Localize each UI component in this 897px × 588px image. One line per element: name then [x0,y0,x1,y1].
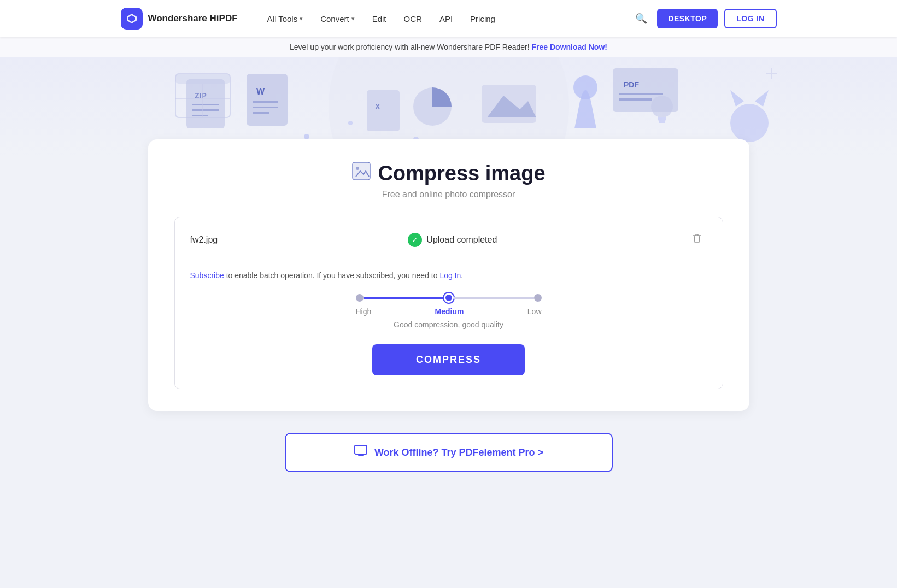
tool-card: Compress image Free and online photo com… [148,139,749,411]
chevron-down-icon: ▾ [351,15,355,22]
subscribe-link[interactable]: Subscribe [190,271,224,280]
nav-links: All Tools ▾ Convert ▾ Edit OCR API Prici… [260,10,615,28]
svg-rect-32 [355,445,367,454]
svg-rect-10 [253,112,269,114]
slider-high-dot[interactable] [356,294,364,302]
compression-description: Good compression, good quality [394,320,503,329]
svg-rect-3 [192,104,219,105]
slider-label-high: High [356,307,372,316]
svg-rect-6 [247,74,288,126]
slider-label-low: Low [527,307,542,316]
login-button[interactable]: LOG IN [724,9,776,28]
slider-medium-dot[interactable] [444,293,454,303]
svg-rect-9 [253,107,278,108]
nav-right: 🔍 DESKTOP LOG IN [632,9,776,28]
svg-rect-11 [367,90,400,131]
svg-point-20 [573,75,597,99]
svg-rect-30 [353,162,370,180]
svg-point-27 [304,134,309,139]
nav-item-convert[interactable]: Convert ▾ [313,10,362,28]
subscribe-text: to enable batch operation. If you have s… [226,271,438,280]
svg-point-31 [356,167,359,170]
svg-rect-8 [253,101,278,103]
compress-button[interactable]: COMPRESS [372,344,525,375]
upload-area: fw2.jpg ✓ Upload completed Subscribe to … [174,217,723,389]
promo-banner: Level up your work proficiency with all-… [0,37,897,57]
svg-rect-16 [619,98,652,101]
svg-rect-24 [175,74,230,84]
slider-track[interactable] [356,293,542,303]
subscribe-note: Subscribe to enable batch operation. If … [190,271,707,280]
slider-line-high-medium [364,297,444,299]
desktop-button[interactable]: DESKTOP [657,9,718,28]
page-title: Compress image [174,161,723,185]
svg-rect-5 [192,115,208,116]
slider-line-medium-low [454,297,534,299]
upload-header: fw2.jpg ✓ Upload completed [190,231,707,260]
offline-cta[interactable]: Work Offline? Try PDFelement Pro > [285,433,613,472]
nav-item-all-tools[interactable]: All Tools ▾ [260,10,311,28]
nav-item-api[interactable]: API [432,10,460,28]
navbar: Wondershare HiPDF All Tools ▾ Convert ▾ … [0,0,897,37]
slider-label-medium: Medium [435,307,464,316]
slider-low-dot[interactable] [534,294,542,302]
compression-slider-area: High Medium Low Good compression, good q… [190,293,707,329]
svg-text:X: X [375,102,380,111]
svg-point-21 [651,96,673,117]
check-icon: ✓ [408,233,422,247]
logo-icon [121,8,143,30]
page-title-area: Compress image Free and online photo com… [174,161,723,199]
compress-image-icon [351,161,371,185]
banner-link[interactable]: Free Download Now! [532,43,607,51]
logo[interactable]: Wondershare HiPDF [121,8,238,30]
login-link[interactable]: Log In [439,271,461,280]
banner-text: Level up your work proficiency with all-… [290,43,530,51]
nav-item-pricing[interactable]: Pricing [462,10,503,28]
svg-text:W: W [256,87,265,96]
slider-labels: High Medium Low [356,307,542,316]
nav-item-edit[interactable]: Edit [365,10,394,28]
svg-point-22 [730,104,769,142]
search-button[interactable]: 🔍 [632,9,650,28]
svg-text:PDF: PDF [624,80,639,89]
upload-status-text: Upload completed [426,235,497,245]
monitor-icon [354,444,368,461]
svg-rect-15 [619,93,663,95]
nav-item-ocr[interactable]: OCR [396,10,430,28]
svg-rect-4 [192,109,219,111]
offline-cta-label: Work Offline? Try PDFelement Pro > [374,447,543,458]
upload-status: ✓ Upload completed [408,233,497,247]
brand-name: Wondershare HiPDF [148,13,238,24]
file-name: fw2.jpg [190,235,218,245]
main-content: Compress image Free and online photo com… [0,156,897,505]
delete-button[interactable] [687,231,707,249]
svg-point-28 [348,121,353,125]
chevron-down-icon: ▾ [300,15,303,22]
page-subtitle: Free and online photo compressor [174,190,723,199]
